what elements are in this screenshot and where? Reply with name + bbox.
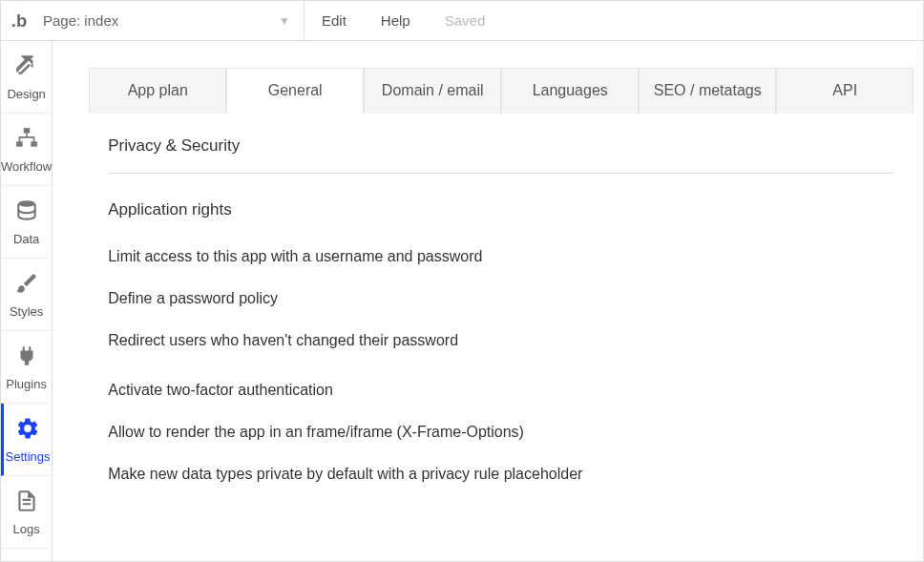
sidebar-item-design[interactable]: Design [1,41,52,114]
svg-rect-1 [23,128,30,133]
sidebar-item-label: Data [13,232,39,246]
page-selector[interactable]: Page: index ▼ [39,1,304,41]
sidebar-item-styles[interactable]: Styles [1,259,52,331]
setting-option[interactable]: Define a password policy [108,290,894,307]
gear-icon [15,416,40,444]
sidebar: Design Workflow Data Styles Plugins [1,41,52,561]
saved-status: Saved [428,1,503,41]
sidebar-item-workflow[interactable]: Workflow [1,114,52,186]
topbar: .b Page: index ▼ Edit Help Saved [1,1,923,41]
settings-section: Privacy & Security Application rights Li… [89,114,914,517]
tab-domain-email[interactable]: Domain / email [364,68,501,114]
sidebar-item-label: Styles [10,304,43,319]
tab-seo-metatags[interactable]: SEO / metatags [639,68,776,114]
workflow-icon [14,126,39,154]
chevron-down-icon: ▼ [279,14,290,28]
logs-icon [14,489,39,516]
svg-rect-2 [16,141,23,146]
svg-text:.b: .b [11,10,27,31]
main-content: App plan General Domain / email Language… [52,41,924,561]
sidebar-item-label: Design [7,87,45,101]
setting-option[interactable]: Allow to render the app in an frame/ifra… [108,424,894,441]
setting-option[interactable]: Redirect users who haven't changed their… [108,332,894,349]
section-title: Privacy & Security [108,136,894,174]
sidebar-item-label: Logs [13,522,40,536]
tab-general[interactable]: General [226,68,364,114]
sidebar-item-plugins[interactable]: Plugins [1,331,52,404]
setting-option[interactable]: Limit access to this app with a username… [108,248,894,265]
tabs: App plan General Domain / email Language… [89,68,914,114]
tab-languages[interactable]: Languages [501,68,639,114]
sidebar-item-settings[interactable]: Settings [1,404,52,476]
logo-icon[interactable]: .b [1,1,39,41]
styles-icon [14,271,39,299]
tab-app-plan[interactable]: App plan [89,68,226,114]
sidebar-item-logs[interactable]: Logs [1,476,52,549]
setting-option[interactable]: Activate two-factor authentication [108,382,894,399]
data-icon [14,198,39,226]
sidebar-item-data[interactable]: Data [1,186,52,259]
menu-edit[interactable]: Edit [304,1,364,41]
svg-point-4 [18,200,34,207]
svg-rect-3 [31,141,37,146]
sidebar-item-label: Plugins [6,377,47,391]
sidebar-item-label: Workflow [1,159,52,174]
menu-help[interactable]: Help [364,1,428,41]
tab-api[interactable]: API [776,68,914,114]
section-subhead: Application rights [108,200,894,219]
plugins-icon [14,343,39,371]
sidebar-item-label: Settings [6,449,51,464]
setting-option[interactable]: Make new data types private by default w… [108,466,894,483]
design-icon [14,53,39,81]
page-selector-label: Page: index [43,12,118,29]
